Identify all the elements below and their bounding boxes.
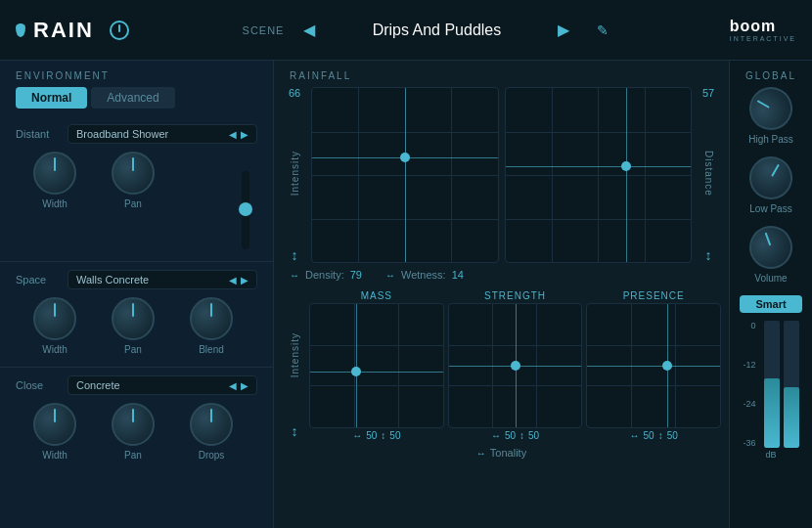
master-slider-area xyxy=(242,171,257,249)
global-header: GLOBAL xyxy=(745,61,796,87)
distant-preset-selector[interactable]: Broadband Shower ◀ ▶ xyxy=(68,124,257,144)
distant-width-label: Width xyxy=(42,198,68,209)
density-wetness-row: ↔ Density: 79 ↔ Wetness: 14 xyxy=(274,263,729,286)
smart-button[interactable]: Smart xyxy=(740,295,801,313)
presence-handle[interactable] xyxy=(662,361,672,371)
close-width-label: Width xyxy=(42,450,68,461)
bottom-graphs-area: Intensity ↕ MASS xyxy=(274,286,729,443)
close-drops-knob[interactable] xyxy=(190,403,233,446)
distance-value-top: 57 xyxy=(702,87,714,99)
close-preset-selector[interactable]: Concrete ◀ ▶ xyxy=(68,375,257,395)
distant-pan-knob[interactable] xyxy=(112,152,155,195)
distant-row: Distant Broadband Shower ◀ ▶ xyxy=(16,124,257,144)
logo-area: RAIN xyxy=(16,18,133,43)
strength-graph-wrap: STRENGTH ↔ 50 ↕ 50 xyxy=(448,286,583,443)
space-section: Space Walls Concrete ◀ ▶ Width Pan xyxy=(0,262,273,368)
mass-graph-wrap: MASS ↔ 50 ↕ 50 xyxy=(309,286,444,443)
scene-edit-button[interactable]: ✎ xyxy=(597,22,609,38)
distant-knob-row: Width Pan xyxy=(16,152,257,249)
strength-v-value: 50 xyxy=(528,430,539,441)
header: RAIN SCENE ◀ Drips And Puddles ▶ ✎ boom … xyxy=(0,0,812,61)
density-arrows-icon: ↔ xyxy=(290,270,299,281)
scene-name: Drips And Puddles xyxy=(338,22,534,39)
presence-h-arrow-icon: ↔ xyxy=(630,430,640,441)
low-pass-knob[interactable] xyxy=(742,149,800,207)
master-slider[interactable] xyxy=(242,171,249,249)
main-content: ENVIRONMENT Normal Advanced Distant Broa… xyxy=(0,61,812,528)
meter-label-12: -12 xyxy=(743,360,755,370)
bottom-intensity-col: Intensity ↕ xyxy=(282,286,307,443)
intensity-col-left: 66 Intensity ↕ xyxy=(282,87,307,263)
bottom-intensity-label: Intensity xyxy=(290,332,300,377)
space-preset-name: Walls Concrete xyxy=(76,274,225,286)
environment-header: ENVIRONMENT xyxy=(0,61,273,87)
close-next-arrow[interactable]: ▶ xyxy=(241,380,248,391)
space-preset-selector[interactable]: Walls Concrete ◀ ▶ xyxy=(68,270,257,289)
space-width-label: Width xyxy=(42,344,68,355)
tab-normal[interactable]: Normal xyxy=(16,87,87,109)
preset-arrows: ◀ ▶ xyxy=(229,129,248,140)
scene-area: SCENE ◀ Drips And Puddles ▶ ✎ xyxy=(133,17,718,43)
global-panel: GLOBAL High Pass Low Pass Volume Smart 0… xyxy=(729,61,812,528)
close-row: Close Concrete ◀ ▶ xyxy=(16,375,257,395)
scene-next-button[interactable]: ▶ xyxy=(550,17,577,43)
volume-label: Volume xyxy=(754,273,787,284)
close-width-knob[interactable] xyxy=(33,403,76,446)
meter-labels: 0 -12 -24 -36 xyxy=(743,321,759,448)
meter-bar-right xyxy=(784,321,799,448)
distant-prev-arrow[interactable]: ◀ xyxy=(229,129,237,140)
mass-label: MASS xyxy=(309,286,444,303)
distance-arrow-icon: ↕ xyxy=(705,247,712,263)
high-pass-knob[interactable] xyxy=(742,79,800,138)
tab-advanced[interactable]: Advanced xyxy=(91,87,174,109)
meter-bar-container: 0 -12 -24 -36 xyxy=(738,321,804,448)
rainfall-panel: RAINFALL 66 Intensity ↕ xyxy=(274,61,729,528)
distance-col-right: 57 Distance ↕ xyxy=(696,87,721,263)
space-blend-group: Blend xyxy=(172,297,250,355)
mass-graph[interactable] xyxy=(309,303,444,428)
presence-values-row: ↔ 50 ↕ 50 xyxy=(586,428,721,443)
right-graph-handle[interactable] xyxy=(621,161,631,171)
mass-h-arrow-icon: ↔ xyxy=(352,430,362,441)
left-graph-handle[interactable] xyxy=(400,153,410,162)
power-button[interactable] xyxy=(110,21,129,40)
close-pan-knob[interactable] xyxy=(112,403,155,446)
close-drops-group: Drops xyxy=(172,403,250,461)
space-prev-arrow[interactable]: ◀ xyxy=(229,275,237,286)
environment-panel: ENVIRONMENT Normal Advanced Distant Broa… xyxy=(0,61,274,528)
distant-next-arrow[interactable]: ▶ xyxy=(241,129,248,140)
distant-section: Distant Broadband Shower ◀ ▶ Width Pan xyxy=(0,116,273,262)
rainfall-right-graph[interactable] xyxy=(505,87,693,263)
wetness-value: 14 xyxy=(452,269,464,281)
distant-preset-name: Broadband Shower xyxy=(76,128,225,140)
mass-v-value: 50 xyxy=(389,430,400,441)
presence-v-arrow-icon: ↕ xyxy=(658,430,663,441)
high-pass-label: High Pass xyxy=(748,134,793,145)
space-blend-knob[interactable] xyxy=(190,297,233,340)
volume-knob[interactable] xyxy=(744,220,798,275)
strength-handle[interactable] xyxy=(511,361,520,371)
rainfall-left-graph[interactable] xyxy=(311,87,499,263)
app-title: RAIN xyxy=(33,18,94,43)
close-prev-arrow[interactable]: ◀ xyxy=(229,380,237,391)
close-preset-name: Concrete xyxy=(76,379,225,391)
space-pan-knob[interactable] xyxy=(112,297,155,340)
bottom-intensity-arrow-icon: ↕ xyxy=(292,423,298,443)
scene-prev-button[interactable]: ◀ xyxy=(295,17,323,43)
close-pan-group: Pan xyxy=(94,403,172,461)
boom-logo: boom INTERACTIVE xyxy=(718,18,796,42)
presence-graph[interactable] xyxy=(586,303,721,428)
space-width-knob[interactable] xyxy=(33,297,76,340)
strength-graph[interactable] xyxy=(448,303,583,428)
density-label: Density: xyxy=(305,269,344,281)
close-knob-row: Width Pan Drops xyxy=(16,403,257,461)
space-width-group: Width xyxy=(16,297,94,355)
density-item: ↔ Density: 79 xyxy=(290,269,362,281)
low-pass-group: Low Pass xyxy=(749,156,792,214)
distant-width-group: Width xyxy=(16,152,94,209)
volume-group: Volume xyxy=(749,226,792,284)
distant-width-knob[interactable] xyxy=(33,152,76,195)
mass-handle[interactable] xyxy=(351,367,361,376)
space-next-arrow[interactable]: ▶ xyxy=(241,275,248,286)
density-value: 79 xyxy=(350,269,362,281)
